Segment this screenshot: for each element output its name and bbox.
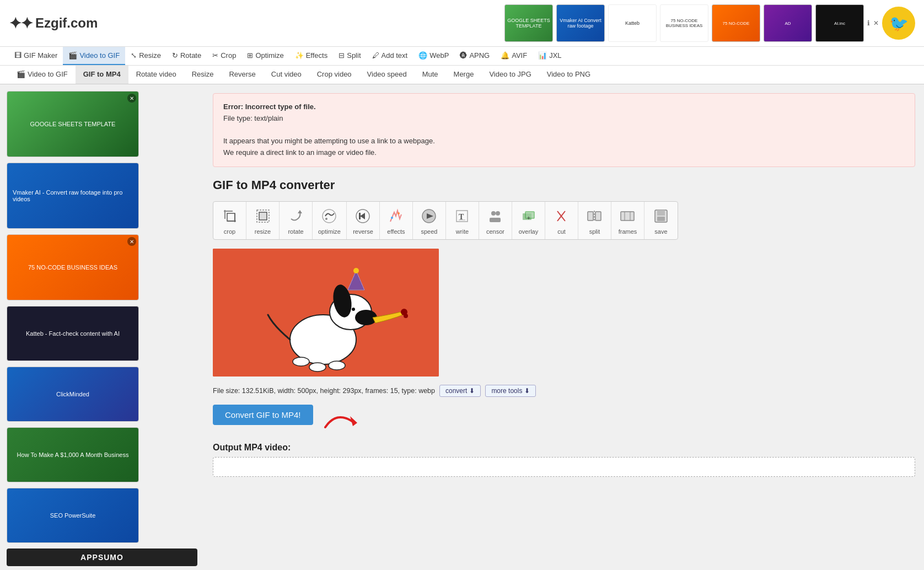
write-tool-icon: T (452, 206, 472, 226)
tool-save[interactable]: save (644, 202, 678, 239)
appsumo-button[interactable]: APPSUMO (7, 549, 197, 566)
logo-text: Ezgif.com (35, 15, 98, 31)
nav-apng[interactable]: 🅐 APNG (454, 47, 495, 65)
nav-jxl[interactable]: 📊 JXL (533, 47, 567, 65)
subnav-mute[interactable]: Mute (415, 66, 446, 84)
convert-download-icon: ⬇ (469, 387, 475, 395)
nav-webp[interactable]: 🌐 WebP (413, 47, 454, 65)
nav-effects[interactable]: ✨ Effects (289, 47, 334, 65)
error-title: Error: Incorrect type of file. (223, 101, 905, 113)
subnav-video-to-png[interactable]: Video to PNG (539, 66, 598, 84)
tool-resize[interactable]: resize (246, 202, 280, 239)
subnav-crop-video[interactable]: Crop video (309, 66, 359, 84)
appsumo-label: APPSUMO (80, 553, 123, 562)
sidebar-ad-7-label: SEO PowerSuite (50, 512, 96, 519)
subnav-icon-video-to-gif: 🎬 (17, 70, 25, 78)
tool-censor[interactable]: censor (479, 202, 512, 239)
subnav-merge[interactable]: Merge (446, 66, 482, 84)
svg-point-50 (404, 314, 408, 318)
ad-close-1[interactable]: ✕ (127, 94, 136, 103)
tool-frames-label: frames (619, 228, 637, 235)
subnav-resize[interactable]: Resize (184, 66, 222, 84)
nav-gif-maker[interactable]: 🎞 GIF Maker (9, 47, 63, 65)
crop-nav-icon: ✂ (212, 51, 218, 60)
top-ad-2: Vmaker AI Convert raw footage (556, 4, 605, 42)
webp-nav-icon: 🌐 (418, 51, 427, 60)
error-line4: We require a direct link to an image or … (223, 147, 905, 159)
tool-cut[interactable]: cut (545, 202, 578, 239)
svg-point-45 (352, 308, 355, 311)
convert-main-button[interactable]: Convert GIF to MP4! (213, 405, 313, 425)
nav-add-text[interactable]: 🖊 Add text (367, 47, 413, 65)
gif-preview (213, 249, 915, 378)
tool-effects[interactable]: effects (380, 202, 413, 239)
top-ad-6: AD (764, 4, 812, 42)
tool-rotate[interactable]: rotate (280, 202, 313, 239)
nav-split[interactable]: ⊟ Split (333, 47, 366, 65)
sidebar-ad-5-label: ClickMinded (56, 391, 89, 397)
nav-rotate[interactable]: ↻ Rotate (166, 47, 207, 65)
svg-rect-12 (359, 213, 361, 219)
svg-point-46 (293, 357, 309, 366)
red-arrow (320, 405, 364, 433)
tool-reverse[interactable]: reverse (347, 202, 380, 239)
more-tools-button[interactable]: more tools ⬇ (485, 385, 536, 397)
file-info-text: File size: 132.51KiB, width: 500px, heig… (213, 387, 435, 395)
snoopy-animation (213, 249, 439, 377)
jxl-nav-icon: 📊 (538, 51, 547, 60)
tool-split[interactable]: split (578, 202, 611, 239)
speed-tool-icon (419, 206, 439, 226)
ad-close-icon[interactable]: ✕ (873, 19, 879, 27)
tool-write[interactable]: T write (446, 202, 479, 239)
nav-resize[interactable]: ⤡ Resize (125, 47, 166, 65)
avif-nav-icon: 🔔 (501, 51, 509, 60)
tool-split-label: split (589, 228, 600, 235)
subnav-cut-video[interactable]: Cut video (264, 66, 309, 84)
header: ✦✦ Ezgif.com GOOGLE SHEETS TEMPLATE Vmak… (0, 0, 924, 47)
tool-crop-label: crop (224, 228, 235, 235)
output-label: Output MP4 video: (213, 443, 915, 453)
tool-optimize[interactable]: optimize (313, 202, 347, 239)
svg-rect-35 (657, 210, 665, 216)
sub-nav: 🎬 Video to GIF GIF to MP4 Rotate video R… (0, 66, 924, 84)
resize-tool-icon (253, 206, 273, 226)
error-line3: It appears that you might be attempting … (223, 136, 905, 147)
tool-frames[interactable]: frames (611, 202, 644, 239)
nav-crop[interactable]: ✂ Crop (207, 47, 241, 65)
frames-tool-icon (617, 206, 637, 226)
tool-cut-label: cut (557, 228, 566, 235)
tool-resize-label: resize (255, 228, 271, 235)
top-ad-4: 75 NO-CODE BUSINESS IDEAS (660, 4, 708, 42)
svg-point-48 (329, 361, 345, 370)
subnav-video-to-jpg[interactable]: Video to JPG (481, 66, 539, 84)
subnav-video-speed[interactable]: Video speed (359, 66, 415, 84)
convert-small-button[interactable]: convert ⬇ (439, 385, 481, 397)
sidebar-ad-6: How To Make A $1,000 A Month Business (7, 427, 139, 482)
subnav-video-to-gif[interactable]: 🎬 Video to GIF (9, 66, 76, 84)
sidebar-ad-1: ✕ GOOGLE SHEETS TEMPLATE (7, 91, 139, 157)
svg-rect-29 (595, 212, 601, 221)
svg-rect-31 (621, 212, 634, 221)
resize-nav-icon: ⤡ (131, 51, 137, 60)
tool-speed[interactable]: speed (413, 202, 446, 239)
nav-optimize[interactable]: ⊞ Optimize (241, 47, 289, 65)
rotate-nav-icon: ↻ (172, 51, 178, 60)
subnav-reverse[interactable]: Reverse (221, 66, 263, 84)
ad-info-icon[interactable]: ℹ (867, 19, 870, 27)
ad-close-3[interactable]: ✕ (127, 237, 136, 246)
subnav-rotate-video[interactable]: Rotate video (128, 66, 184, 84)
overlay-tool-icon: + (518, 206, 538, 226)
sidebar-ad-2-label: Vmaker AI - Convert raw footage into pro… (13, 189, 133, 202)
svg-point-8 (323, 209, 336, 223)
svg-rect-6 (259, 212, 267, 220)
tool-crop[interactable]: crop (213, 202, 246, 239)
svg-point-13 (391, 217, 393, 219)
sidebar-ad-1-label: GOOGLE SHEETS TEMPLATE (30, 121, 116, 127)
logo[interactable]: ✦✦ Ezgif.com (9, 14, 98, 33)
subnav-gif-to-mp4[interactable]: GIF to MP4 (76, 66, 128, 84)
top-ads-area: GOOGLE SHEETS TEMPLATE Vmaker AI Convert… (504, 4, 915, 42)
nav-avif[interactable]: 🔔 AVIF (495, 47, 533, 65)
top-ad-7: AI.inc (815, 4, 864, 42)
nav-video-to-gif[interactable]: 🎬 Video to GIF (63, 47, 125, 65)
tool-overlay[interactable]: + overlay (512, 202, 545, 239)
